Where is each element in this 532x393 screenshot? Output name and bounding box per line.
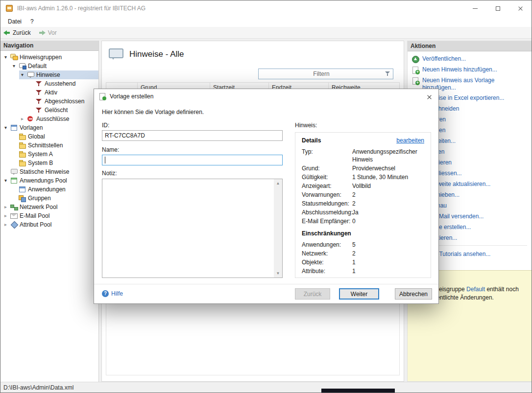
tree-item-aktiv[interactable]: Aktiv — [0, 88, 98, 97]
tree-item-icon — [27, 116, 35, 122]
filter-input[interactable] — [259, 69, 384, 79]
tree-item-gruppen[interactable]: Gruppen — [0, 194, 98, 203]
notice-default-link[interactable]: Default — [466, 286, 485, 293]
tree-item-ausschlüsse[interactable]: Ausschlüsse — [0, 115, 98, 123]
tree-item-label: Gruppen — [28, 195, 51, 202]
back-button[interactable]: Zurück — [3, 29, 31, 36]
status-file-path: D:\IBI-aws\Admin\Data.xml — [3, 384, 73, 391]
detail-label: Grund: — [302, 164, 352, 172]
action-link-veröffentlichen[interactable]: Veröffentlichen... — [411, 55, 529, 63]
tree-item-icon — [10, 124, 18, 131]
forward-button[interactable]: Vor — [39, 29, 57, 36]
detail-value: 5 — [352, 241, 424, 249]
bearbeiten-link[interactable]: bearbeiten — [396, 137, 424, 144]
tree-item-vorlagen[interactable]: Vorlagen — [0, 123, 98, 132]
back-arrow-icon — [3, 30, 10, 35]
app-icon — [5, 4, 13, 12]
restriction-rows: Anwendungen: 5 Netzwerk: 2 Objekte: 1 At… — [302, 241, 424, 275]
app-window: IBI-aws Admin 1.26.0 - registriert für I… — [0, 0, 532, 393]
tree-item-icon — [10, 221, 18, 228]
tree-item-icon — [35, 89, 43, 96]
chevron-icon[interactable] — [19, 70, 25, 79]
tree-item-system-a[interactable]: System A — [0, 150, 98, 159]
tree-item-inner: Anwendungen — [11, 185, 98, 194]
dialog-close-button[interactable] — [424, 92, 435, 102]
action-icon — [411, 66, 419, 74]
page-title: Hinweise - Alle — [129, 49, 184, 59]
minimize-button[interactable] — [464, 0, 486, 16]
detail-row-gültigkeit: Gültigkeit: 1 Stunde, 30 Minuten — [302, 173, 424, 181]
detail-value: Vollbild — [352, 182, 424, 190]
tree-item-label: Anwendungen — [28, 186, 66, 193]
toolbar: Zurück Vor — [0, 27, 532, 39]
einschraenkungen-header: Einschränkungen — [302, 230, 424, 237]
tree-item-label: Global — [28, 133, 45, 140]
name-label: Name: — [102, 146, 119, 153]
tree-item-statische-hinweise[interactable]: Statische Hinweise — [0, 167, 98, 176]
tree-item-icon — [35, 98, 43, 105]
chevron-icon[interactable] — [11, 62, 17, 70]
tree-item-icon — [35, 107, 43, 114]
tree-item-default[interactable]: Default — [0, 62, 98, 70]
scroll-down-icon[interactable] — [274, 269, 282, 277]
notiz-field[interactable] — [102, 179, 274, 277]
tree-item-system-b[interactable]: System B — [0, 159, 98, 167]
chevron-icon[interactable] — [2, 211, 9, 220]
tree-item-global[interactable]: Global — [0, 132, 98, 141]
help-link[interactable]: Hilfe — [102, 290, 123, 297]
tree-item-e-mail-pool[interactable]: E-Mail Pool — [0, 211, 98, 220]
minimize-icon — [473, 8, 478, 9]
tree-item-hinweisgruppen[interactable]: Hinweisgruppen — [0, 53, 98, 62]
chevron-icon[interactable] — [19, 115, 25, 123]
chevron-icon[interactable] — [2, 176, 9, 185]
forward-label: Vor — [48, 29, 57, 36]
tree-item-abgeschlossen[interactable]: Abgeschlossen — [0, 97, 98, 106]
tree-item-anwendungen[interactable]: Anwendungen — [0, 185, 98, 194]
tree-item-label: Ausschlüsse — [36, 116, 69, 122]
tree-item-icon — [19, 142, 26, 149]
chevron-icon[interactable] — [2, 220, 9, 229]
detail-label: Anzeigeart: — [302, 182, 352, 190]
details-rows: Typ: Anwendungsspezifischer Hinweis Grun… — [302, 148, 424, 225]
chevron-icon[interactable] — [2, 123, 9, 132]
menu-item[interactable]: ? — [26, 18, 38, 25]
text-caret — [105, 157, 105, 163]
tree-item-icon — [10, 212, 18, 219]
detail-row-attribute: Attribute: 1 — [302, 267, 424, 275]
maximize-button[interactable] — [486, 0, 509, 16]
notiz-scrollbar[interactable] — [274, 179, 282, 277]
tree-item-schnittstellen[interactable]: Schnittstellen — [0, 141, 98, 150]
tree-item-label: System B — [28, 160, 53, 166]
action-link-neuen-hinweis-hinzufügen[interactable]: Neuen Hinweis hinzufügen... — [411, 66, 529, 74]
tree-item-ausstehend[interactable]: Ausstehend — [0, 79, 98, 88]
tree-item-anwendungs-pool[interactable]: Anwendungs Pool — [0, 176, 98, 185]
tree-item-inner: System B — [11, 159, 98, 167]
tree-item-attribut-pool[interactable]: Attribut Pool — [0, 220, 98, 229]
tree-item-netzwerk-pool[interactable]: Netzwerk Pool — [0, 203, 98, 211]
detail-value: Anwendungsspezifischer Hinweis — [352, 148, 424, 163]
name-field[interactable] — [102, 155, 283, 165]
abbrechen-button[interactable]: Abbrechen — [395, 288, 432, 300]
tree-item-gelöscht[interactable]: Gelöscht — [0, 106, 98, 115]
tree-item-label: Gelöscht — [45, 107, 68, 114]
main-header: Hinweise - Alle — [102, 41, 404, 61]
scroll-up-icon[interactable] — [274, 179, 282, 187]
tree-item-label: Default — [28, 63, 47, 69]
chevron-icon[interactable] — [2, 53, 9, 62]
close-button[interactable] — [509, 0, 532, 16]
menu-item-datei[interactable]: Datei — [3, 18, 26, 25]
chevron-icon[interactable] — [2, 203, 9, 211]
filter-funnel-icon[interactable] — [384, 70, 393, 77]
dialog-description: Hier können Sie die Vorlage definieren. — [102, 109, 204, 116]
action-label: Veröffentlichen... — [422, 55, 466, 63]
zurueck-button[interactable]: Zurück — [295, 288, 330, 300]
tree-item-icon — [10, 168, 18, 175]
window-controls — [464, 0, 532, 16]
weiter-button[interactable]: Weiter — [339, 288, 379, 300]
tree-item-icon — [19, 151, 26, 158]
tree-item-hinweise[interactable]: Hinweise — [0, 70, 98, 79]
id-field[interactable] — [102, 130, 283, 141]
tree-item-icon — [10, 204, 18, 210]
hinweise-bubble-icon — [109, 48, 123, 61]
detail-label: Anwendungen: — [302, 241, 352, 249]
